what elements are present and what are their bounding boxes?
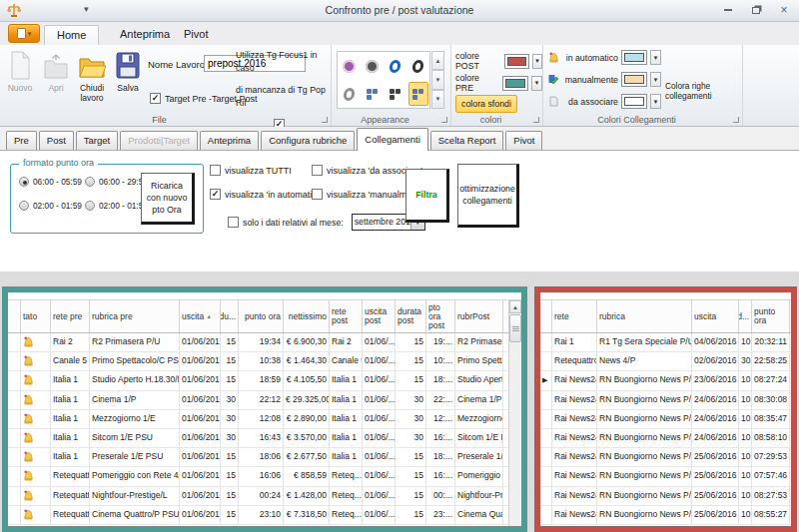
cell[interactable]: 08:58:10 <box>752 429 790 447</box>
cell[interactable]: 10 <box>739 467 752 485</box>
table-row[interactable]: Italia 1Cinema 1/P01/06/20163022:12€ 29.… <box>8 391 521 410</box>
table-row[interactable]: Rai News24RN Buongiorno News P/U24/06/20… <box>540 391 791 410</box>
scroll-thumb[interactable] <box>509 314 521 342</box>
close-button[interactable]: × <box>777 4 791 16</box>
cell[interactable]: Nightfour-Prestige/L <box>455 487 503 505</box>
salva-button[interactable]: Salva <box>111 51 145 93</box>
column-header-du...[interactable]: du... <box>221 300 239 332</box>
cell[interactable] <box>8 371 21 389</box>
cell[interactable]: Primo Spettacolo/C PSU <box>90 352 180 370</box>
cell[interactable]: RN Buongiorno News P/U <box>597 467 692 485</box>
cell[interactable]: Rai News24 <box>552 506 597 524</box>
table-row[interactable]: Rai News24RN Buongiorno News P/U24/06/20… <box>540 429 791 448</box>
cell[interactable]: € 1.464,30 <box>284 352 330 370</box>
theme-ring-gray-icon[interactable] <box>340 82 360 106</box>
bell-icon[interactable] <box>21 333 51 351</box>
cell[interactable]: Rai News24 <box>552 410 597 428</box>
column-header-uscita[interactable]: uscita <box>692 300 739 332</box>
cell[interactable]: 01/06/... <box>363 429 396 447</box>
cell[interactable]: Reteq... <box>330 506 363 524</box>
cell[interactable]: 01/06/2016 <box>180 333 221 351</box>
cell[interactable]: 10 <box>739 333 752 351</box>
cell[interactable]: € 6.900,30 <box>284 333 330 351</box>
column-header-nettissimo[interactable]: nettissimo <box>284 300 330 332</box>
bell-icon[interactable] <box>21 410 51 428</box>
cell[interactable]: Canale 5 <box>51 352 90 370</box>
cell[interactable]: 16:43 <box>239 429 284 447</box>
cell[interactable]: RN Buongiorno News P/U <box>597 371 692 389</box>
cell[interactable]: Italia 1 <box>51 429 90 447</box>
cell[interactable]: 01/06/... <box>363 467 396 485</box>
table-row[interactable]: Italia 1Sitcom 1/E PSU01/06/20163016:43€… <box>8 429 521 448</box>
cell[interactable]: RN Buongiorno News P/U <box>597 391 692 409</box>
cell[interactable]: Italia 1 <box>330 410 363 428</box>
column-header-rubrPost[interactable]: rubrPost <box>455 300 503 332</box>
cell[interactable]: 10:38 <box>239 352 284 370</box>
cell[interactable]: 15 <box>396 371 426 389</box>
cell[interactable]: 01/06/2016 <box>180 506 221 524</box>
cell[interactable]: 01/06/... <box>363 371 396 389</box>
cell[interactable]: 16:... <box>426 467 455 485</box>
cell[interactable]: RN Buongiorno News P/U <box>597 429 692 447</box>
cell[interactable]: Preserale 1/E PSU <box>90 448 180 466</box>
table-row[interactable]: Italia 1Mezzogiorno 1/E01/06/20163012:08… <box>8 410 521 429</box>
column-header-punto ora[interactable]: punto ora <box>752 300 790 332</box>
visualizza-tutti-checkbox[interactable]: ✓ visualizza TUTTI <box>210 165 323 176</box>
colore-post-dropdown-icon[interactable]: ▼ <box>532 54 542 69</box>
cell[interactable]: 08:27:53 <box>752 487 790 505</box>
in-automatico-dropdown-icon[interactable]: ▼ <box>650 50 661 65</box>
solo-mese-checkbox[interactable]: ✓ <box>228 217 239 228</box>
cell[interactable]: 15 <box>221 467 239 485</box>
cell[interactable]: 23/06/2016 <box>692 371 739 389</box>
current-row-indicator-icon[interactable]: ▶ <box>540 371 552 389</box>
theme-ring-black-icon[interactable] <box>408 54 428 78</box>
cell[interactable]: 01/06/2016 <box>180 371 221 389</box>
application-menu-button[interactable]: ▾ <box>8 24 40 43</box>
colore-pre-dropdown-icon[interactable]: ▼ <box>531 76 542 91</box>
cell[interactable]: € 7.318,50 <box>284 506 330 524</box>
cell[interactable]: Rai News24 <box>552 448 597 466</box>
ribbon-tab-home[interactable]: Home <box>44 25 99 45</box>
table-row[interactable]: Rai News24RN Buongiorno News P/U25/06/20… <box>540 487 791 506</box>
cell[interactable]: Rai News24 <box>552 487 597 505</box>
da-associare-swatch[interactable] <box>621 94 647 109</box>
tab-configura-rubriche[interactable]: Configura rubriche <box>261 131 355 150</box>
cell[interactable]: 10 <box>739 506 752 524</box>
theme-ring-blue-icon[interactable] <box>386 54 405 78</box>
cell[interactable]: 10 <box>739 487 752 505</box>
cell[interactable]: 01/06/... <box>363 333 396 351</box>
cell[interactable]: Retequattro <box>51 506 90 524</box>
cell[interactable] <box>8 467 21 485</box>
cell[interactable]: € 2.890,00 <box>284 410 330 428</box>
cell[interactable]: 16:... <box>426 429 455 447</box>
colore-pre-swatch[interactable] <box>502 76 528 91</box>
column-header-pto ora post[interactable]: pto ora post <box>426 300 455 332</box>
dialog-launcher-icon[interactable] <box>322 117 328 123</box>
cell[interactable]: Studio Aperto H.18.30/N <box>90 371 180 389</box>
cell[interactable]: 15 <box>396 506 426 524</box>
da-associare-dropdown-icon[interactable]: ▼ <box>650 94 661 109</box>
cell[interactable]: 24/06/2016 <box>692 410 739 428</box>
column-header-rubrica[interactable]: rubrica <box>597 300 692 332</box>
cell[interactable]: Pomeriggio con Rete 4/C ... <box>90 467 180 485</box>
cell[interactable]: 01/06/... <box>363 410 396 428</box>
cell[interactable]: 00:... <box>426 487 455 505</box>
column-header-rete post[interactable]: rete post <box>330 300 363 332</box>
cell[interactable]: 15 <box>396 352 426 370</box>
cell[interactable]: 10 <box>739 429 752 447</box>
cell[interactable] <box>540 391 552 409</box>
gallery-scroll-down-icon[interactable]: ▼ <box>431 70 444 89</box>
cell[interactable]: 10 <box>739 371 752 389</box>
cell[interactable] <box>8 333 21 351</box>
cell[interactable]: Rai News24 <box>552 371 597 389</box>
table-row[interactable]: ▶Rai News24RN Buongiorno News P/U23/06/2… <box>540 371 791 390</box>
cell[interactable]: 15 <box>396 487 426 505</box>
theme-badge-dark-icon[interactable] <box>363 54 383 78</box>
cell[interactable]: Italia 1 <box>330 391 363 409</box>
cell[interactable]: Reteq... <box>330 467 363 485</box>
cell[interactable]: 25/06/2016 <box>692 487 739 505</box>
cell[interactable]: 12:... <box>426 410 455 428</box>
dialog-launcher-icon[interactable] <box>733 117 739 123</box>
cell[interactable]: Canale 5 <box>330 352 363 370</box>
cell[interactable]: Primo Spettacolo/C PS <box>455 352 503 370</box>
